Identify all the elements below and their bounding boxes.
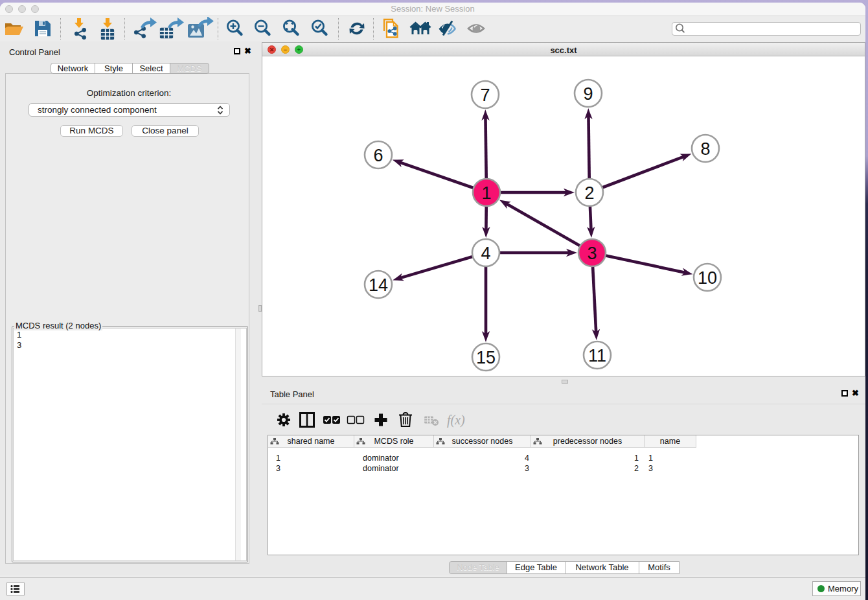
svg-text:6: 6 bbox=[373, 146, 383, 165]
svg-text:2: 2 bbox=[584, 183, 594, 203]
svg-text:15: 15 bbox=[476, 348, 496, 367]
svg-text:14: 14 bbox=[369, 275, 388, 295]
svg-text:11: 11 bbox=[588, 346, 606, 365]
svg-text:3: 3 bbox=[587, 244, 597, 263]
svg-text:4: 4 bbox=[481, 244, 490, 263]
svg-text:8: 8 bbox=[700, 139, 710, 159]
svg-text:f(x): f(x) bbox=[447, 413, 465, 428]
svg-text:10: 10 bbox=[698, 268, 717, 288]
svg-text:7: 7 bbox=[480, 86, 490, 105]
svg-text:9: 9 bbox=[583, 84, 593, 104]
svg-text:1: 1 bbox=[481, 183, 491, 203]
